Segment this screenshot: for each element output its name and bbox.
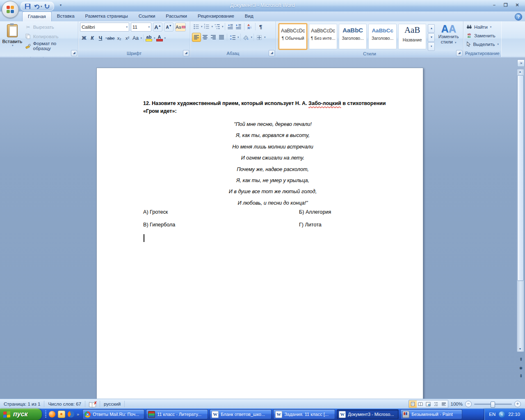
multilevel-dropdown-icon[interactable]: ▾ [222,25,224,28]
previous-page-button[interactable]: ⇞ [518,355,524,363]
decrease-indent-button[interactable] [226,23,235,31]
borders-dropdown-icon[interactable]: ▾ [264,36,266,39]
clear-formatting-button[interactable]: Aa [175,23,186,32]
select-browse-object-button[interactable]: ◉ [518,363,524,371]
save-icon[interactable] [23,3,32,10]
superscript-button[interactable]: x² [123,34,132,42]
copy-button[interactable]: Копировать [24,32,76,41]
justify-button[interactable] [217,33,226,41]
page-count-indicator[interactable]: Страница: 1 из 1 [0,401,44,407]
format-painter-button[interactable]: Формат по образцу [24,41,76,50]
scroll-up-icon[interactable]: ▲ [517,69,523,75]
grow-font-button[interactable]: А▲ [153,23,162,32]
styles-dialog-launcher-icon[interactable]: ◢ [456,50,462,56]
styles-gallery-more-icon[interactable]: ▾ [428,42,435,51]
taskbar-button-word-tasks[interactable]: W Задания. 11 класс [... [273,409,335,419]
undo-icon[interactable] [32,3,41,10]
cut-button[interactable]: ✂ Вырезать [24,23,76,31]
borders-button[interactable] [255,33,263,41]
tray-hide-icons-icon[interactable]: ‹ [499,411,505,418]
zoom-in-icon[interactable]: + [514,401,521,407]
underline-dropdown-icon[interactable]: ▾ [105,37,107,40]
scrollbar-thumb[interactable] [517,75,524,281]
tab-page-layout[interactable]: Разметка страницы [80,11,133,21]
italic-button[interactable]: К [88,34,96,42]
tab-mailings[interactable]: Рассылки [160,11,192,21]
taskbar-button-browser[interactable]: Ответы Mail.Ru: Поч... [82,409,144,419]
clipboard-dialog-launcher-icon[interactable]: ◢ [71,50,77,56]
full-screen-reading-view-icon[interactable] [417,400,425,408]
tab-insert[interactable]: Вставка [52,11,80,21]
style-no-spacing[interactable]: AaBbCcDc ¶ Без инте... [309,24,337,49]
subscript-button[interactable]: x₂ [115,34,123,42]
quick-launch-handle[interactable] [45,410,46,418]
tab-references[interactable]: Ссылки [133,11,161,21]
quick-launch-mail-icon[interactable] [58,411,65,418]
draft-view-icon[interactable] [440,400,448,408]
zoom-level[interactable]: 100% [451,402,463,406]
restore-button[interactable]: ❐ [500,2,511,8]
change-case-dropdown-icon[interactable]: ▾ [141,37,142,40]
taskbar-button-archive[interactable]: 11 класс - Литерату... [146,409,208,419]
style-heading2[interactable]: AaBbCc Заголово... [368,24,396,49]
styles-scroll-up-icon[interactable]: ▲ [428,24,435,33]
paste-button[interactable]: Вставить ▾ [2,23,23,56]
quick-launch-agent-icon[interactable] [49,411,55,418]
change-case-button[interactable]: Aa [132,34,140,42]
shading-button[interactable] [242,33,250,41]
close-button[interactable]: ✕ [512,2,523,8]
redo-icon[interactable] [43,3,51,10]
quick-launch-overflow-icon[interactable]: » [77,412,79,417]
font-size-combo[interactable]: 11 ▾ [131,23,151,32]
zoom-slider[interactable] [474,404,512,405]
font-name-combo[interactable]: Calibri ▾ [80,23,129,32]
style-normal[interactable]: AaBbCcDc ¶ Обычный [278,23,307,50]
align-center-button[interactable] [201,33,209,41]
font-color-dropdown-icon[interactable]: ▾ [164,37,166,40]
style-title[interactable]: АаВ Название [398,24,426,49]
vertical-scrollbar[interactable]: ▲ ▼ [517,69,524,352]
show-paragraph-marks-button[interactable]: ¶ [257,23,265,31]
outline-view-icon[interactable] [432,400,440,408]
web-layout-view-icon[interactable] [425,400,432,408]
ruler-toggle-icon[interactable]: ⇲ [517,59,525,67]
quick-launch-firefox-icon[interactable] [68,411,74,418]
style-heading1[interactable]: AaBbC Заголово... [339,24,367,49]
scroll-down-icon[interactable]: ▼ [517,346,523,352]
shrink-font-button[interactable]: А▼ [164,23,173,32]
select-button[interactable]: Выделить ▾ [465,40,500,48]
minimize-button[interactable]: – [489,2,500,8]
bold-button[interactable]: Ж [80,34,88,42]
help-icon[interactable]: ? [515,13,522,21]
bullets-dropdown-icon[interactable]: ▾ [201,25,203,28]
tab-review[interactable]: Рецензирование [192,11,240,21]
taskbar-button-word-blank[interactable]: W Бланк ответов_шко... [210,409,272,419]
underline-button[interactable]: Ч [96,34,105,42]
zoom-slider-thumb[interactable] [491,402,495,408]
find-button[interactable]: Найти ▾ [465,23,500,31]
taskbar-button-word-document3[interactable]: W Документ3 - Microso... [337,409,399,419]
align-left-button[interactable] [192,33,201,42]
language-bar[interactable]: EN [489,412,495,417]
increase-indent-button[interactable] [235,23,243,31]
line-spacing-button[interactable] [228,33,237,41]
highlight-button[interactable]: ab [145,34,153,42]
numbering-button[interactable] [203,23,211,31]
tab-view[interactable]: Вид [240,11,259,21]
taskbar-button-paint[interactable]: Безымянный - Paint [400,409,462,419]
word-count-indicator[interactable]: Число слов: 67 [44,401,85,407]
undo-dropdown-icon[interactable]: ▾ [41,5,42,8]
font-dialog-launcher-icon[interactable]: ◢ [183,50,189,56]
line-spacing-dropdown-icon[interactable]: ▾ [237,36,239,39]
office-button[interactable] [2,1,19,18]
language-indicator[interactable]: русский [100,401,125,407]
replace-button[interactable]: abac Заменить [465,31,500,40]
bullets-button[interactable] [192,23,200,31]
proofing-status[interactable]: ✗ [85,401,100,407]
sort-button[interactable]: АЯ ↓ [246,23,254,31]
shading-dropdown-icon[interactable]: ▾ [251,36,253,39]
next-page-button[interactable]: ⇟ [518,372,524,379]
print-layout-view-icon[interactable] [409,400,417,408]
font-color-button[interactable]: А [155,34,164,42]
tab-home[interactable]: Главная [22,11,52,21]
